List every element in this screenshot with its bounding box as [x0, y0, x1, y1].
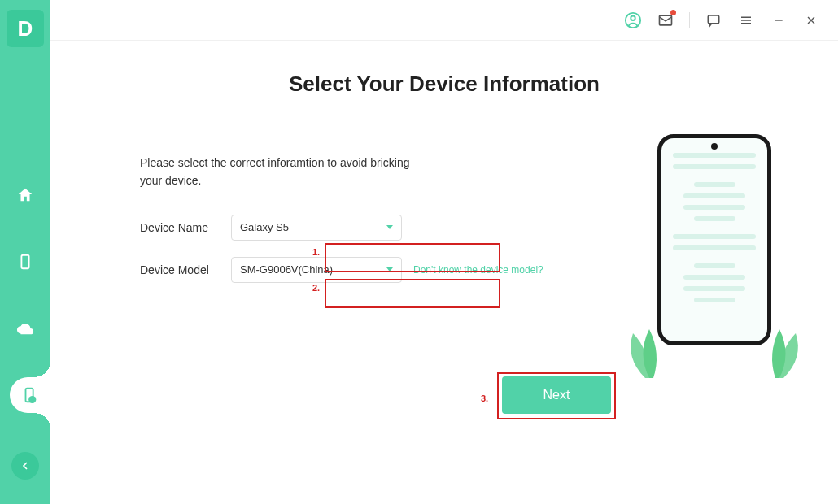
- mail-button[interactable]: [657, 11, 674, 29]
- menu-icon: [739, 13, 753, 28]
- phone-content-line: [673, 245, 756, 250]
- phone-content-line: [694, 298, 735, 302]
- svg-rect-7: [708, 15, 719, 24]
- svg-rect-0: [21, 255, 28, 269]
- menu-button[interactable]: [737, 11, 755, 29]
- phone-content-line: [694, 263, 735, 268]
- sidebar: D !: [0, 0, 50, 504]
- user-button[interactable]: [624, 11, 642, 29]
- content: Select Your Device Information Please se…: [50, 41, 838, 504]
- feedback-button[interactable]: [705, 11, 722, 29]
- sidebar-item-device[interactable]: [0, 244, 50, 280]
- logo-letter: D: [18, 16, 33, 41]
- phone-content-line: [673, 164, 756, 169]
- phone-content-line: [673, 153, 756, 158]
- close-button[interactable]: [802, 11, 820, 29]
- phone-illustration: [649, 134, 779, 378]
- user-icon: [624, 11, 642, 29]
- phone-content-line: [694, 182, 735, 187]
- annotation-label-1: 1.: [312, 247, 320, 257]
- sidebar-item-cloud[interactable]: [0, 311, 50, 346]
- instruction-text: Please select the correct inforamtion to…: [140, 154, 433, 190]
- minimize-icon: [772, 14, 785, 27]
- phone-content-line: [683, 205, 746, 210]
- arrow-left-icon: [19, 459, 32, 472]
- cloud-icon: [16, 319, 34, 337]
- annotation-label-3: 3.: [481, 393, 488, 403]
- app-logo: D: [7, 10, 44, 47]
- home-icon: [16, 186, 34, 204]
- device-name-value: Galaxy S5: [240, 221, 289, 233]
- annotation-label-2: 2.: [312, 283, 320, 293]
- annotation-box-2: [325, 279, 500, 308]
- phone-content-line: [694, 216, 735, 221]
- device-name-label: Device Name: [140, 221, 223, 234]
- main-area: Select Your Device Information Please se…: [50, 0, 838, 504]
- notification-dot-icon: [670, 10, 676, 15]
- device-model-label: Device Model: [140, 263, 223, 276]
- phone-content-line: [683, 286, 746, 291]
- next-button[interactable]: Next: [502, 376, 611, 414]
- phone-content-line: [683, 193, 746, 198]
- phone-frame: [657, 134, 771, 345]
- sidebar-nav: !: [0, 177, 50, 480]
- svg-text:!: !: [32, 397, 33, 402]
- feedback-icon: [706, 13, 721, 28]
- phone-content-line: [683, 275, 746, 280]
- device-name-select[interactable]: Galaxy S5: [231, 215, 402, 241]
- sidebar-item-home[interactable]: [0, 177, 50, 213]
- sidebar-item-repair[interactable]: !: [10, 377, 50, 413]
- device-icon: [16, 253, 34, 271]
- device-model-select[interactable]: SM-G9006V(China): [231, 257, 402, 283]
- close-icon: [805, 14, 818, 27]
- back-button[interactable]: [11, 452, 39, 480]
- phone-notch-icon: [711, 143, 718, 150]
- device-model-value: SM-G9006V(China): [240, 263, 333, 276]
- titlebar: [50, 0, 838, 41]
- device-model-help-link[interactable]: Don't know the device model?: [413, 264, 543, 276]
- repair-icon: !: [21, 386, 39, 404]
- titlebar-divider: [689, 12, 690, 28]
- minimize-button[interactable]: [770, 11, 788, 29]
- page-title: Select Your Device Information: [99, 72, 789, 97]
- svg-point-5: [631, 15, 635, 20]
- phone-content-line: [673, 234, 756, 239]
